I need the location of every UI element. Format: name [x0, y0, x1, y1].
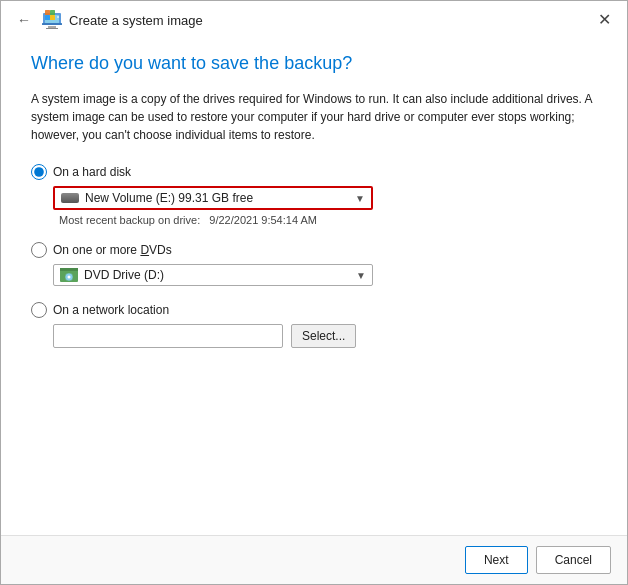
svg-rect-4	[42, 23, 62, 25]
cancel-button[interactable]: Cancel	[536, 546, 611, 574]
system-image-icon	[41, 9, 63, 31]
hard-disk-dropdown-text: New Volume (E:) 99.31 GB free	[85, 191, 355, 205]
dvd-icon	[60, 269, 78, 281]
svg-point-13	[68, 276, 71, 279]
dvd-dropdown-wrapper: DVD Drive (D:) ▼	[53, 264, 597, 286]
dialog-title: Create a system image	[69, 13, 203, 28]
hard-disk-radio-row: On a hard disk	[31, 164, 597, 180]
dialog-window: ← Create a system image ✕ Where do you w…	[0, 0, 628, 585]
network-input-row: Select...	[53, 324, 597, 348]
dvd-radio-row: On one or more DVDs	[31, 242, 597, 258]
dvd-radio[interactable]	[31, 242, 47, 258]
hard-disk-label[interactable]: On a hard disk	[53, 165, 131, 179]
dvd-label[interactable]: On one or more DVDs	[53, 243, 172, 257]
title-bar-left: ← Create a system image	[13, 9, 203, 31]
hard-disk-section: On a hard disk New Volume (E:) 99.31 GB …	[31, 164, 597, 226]
dvd-label-prefix: On one or more	[53, 243, 140, 257]
hard-disk-dropdown-arrow: ▼	[355, 193, 365, 204]
hard-disk-radio[interactable]	[31, 164, 47, 180]
dvd-dropdown-arrow: ▼	[356, 270, 366, 281]
dvd-dropdown-text: DVD Drive (D:)	[84, 268, 356, 282]
page-title: Where do you want to save the backup?	[31, 53, 597, 74]
dialog-footer: Next Cancel	[1, 535, 627, 584]
network-location-input[interactable]	[53, 324, 283, 348]
title-bar: ← Create a system image ✕	[1, 1, 627, 37]
next-button[interactable]: Next	[465, 546, 528, 574]
recent-backup-value: 9/22/2021 9:54:14 AM	[209, 214, 317, 226]
dvd-section: On one or more DVDs DVD Drive (D:)	[31, 242, 597, 286]
dialog-content: Where do you want to save the backup? A …	[1, 37, 627, 535]
svg-rect-3	[46, 28, 58, 29]
back-button[interactable]: ←	[13, 10, 35, 30]
dvd-label-suffix: VDs	[149, 243, 172, 257]
description-text: A system image is a copy of the drives r…	[31, 90, 597, 144]
network-label[interactable]: On a network location	[53, 303, 169, 317]
svg-rect-2	[48, 26, 56, 28]
network-radio[interactable]	[31, 302, 47, 318]
network-radio-row: On a network location	[31, 302, 597, 318]
recent-backup-info: Most recent backup on drive: 9/22/2021 9…	[53, 214, 597, 226]
hard-disk-dropdown-wrapper: New Volume (E:) 99.31 GB free ▼	[53, 186, 597, 210]
hard-disk-dropdown[interactable]: New Volume (E:) 99.31 GB free ▼	[53, 186, 373, 210]
close-button[interactable]: ✕	[594, 10, 615, 30]
network-section: On a network location Select...	[31, 302, 597, 348]
dvd-dropdown[interactable]: DVD Drive (D:) ▼	[53, 264, 373, 286]
svg-point-5	[57, 16, 59, 18]
dvd-svg-icon	[60, 266, 78, 284]
dvd-label-underline: D	[140, 243, 149, 257]
select-button[interactable]: Select...	[291, 324, 356, 348]
svg-rect-7	[50, 10, 55, 15]
svg-rect-6	[45, 10, 50, 15]
svg-rect-9	[50, 15, 55, 20]
svg-rect-8	[45, 15, 50, 20]
hdd-icon	[61, 192, 79, 204]
recent-backup-label: Most recent backup on drive:	[59, 214, 200, 226]
svg-rect-11	[60, 268, 78, 271]
